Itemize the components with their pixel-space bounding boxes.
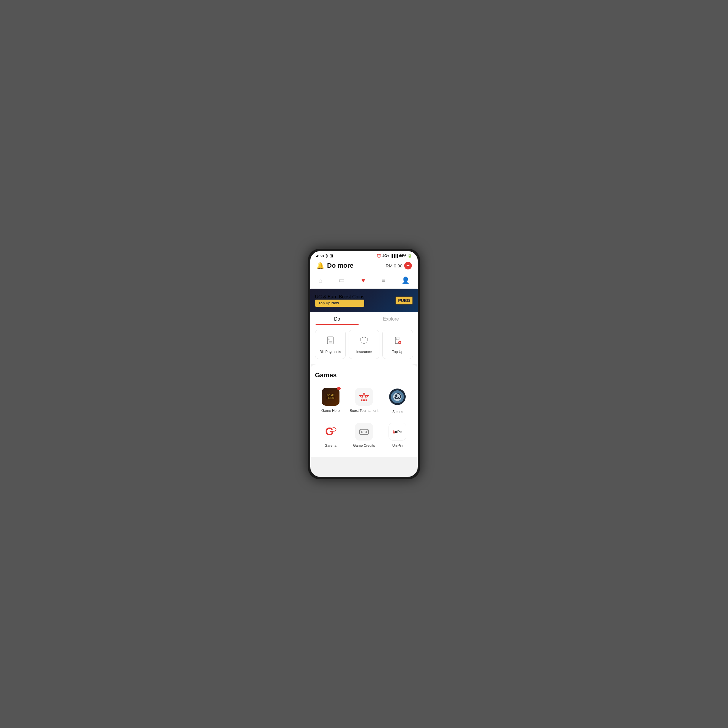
battery-text: 66%: [399, 254, 406, 258]
header-left: 🔔 Do more: [316, 262, 353, 269]
unipin-label: UniPin: [392, 444, 403, 448]
add-balance-button[interactable]: +: [404, 262, 412, 269]
top-up-label: Top Up: [392, 350, 403, 354]
card-icon: ▭: [339, 277, 345, 284]
game-item-boost-tournament[interactable]: Boost Tournament: [348, 385, 379, 418]
nav-heart[interactable]: ♥: [358, 275, 369, 285]
signal-bars-icon: ▐▐▐: [390, 254, 398, 258]
insurance-icon: +: [359, 336, 369, 347]
nav-list[interactable]: ≡: [378, 275, 389, 285]
header: 🔔 Do more RM 0.00 +: [310, 259, 418, 273]
user-icon: 👤: [402, 277, 410, 284]
garena-label: Garena: [325, 444, 336, 448]
steam-icon: [388, 388, 406, 407]
services-grid: $ Bill Payments + Insurance: [310, 325, 418, 364]
balance-area: RM 0.00 +: [385, 262, 412, 269]
insurance-label: Insurance: [356, 350, 372, 354]
nav-user[interactable]: 👤: [398, 275, 413, 285]
svg-text:$: $: [328, 338, 329, 341]
status-right: ⏰ 4G+ ▐▐▐ 66% 🔋: [377, 254, 412, 258]
games-section-title: Games: [315, 372, 413, 379]
boost-tournament-icon: [355, 388, 373, 406]
plus-icon: +: [407, 263, 410, 269]
service-insurance[interactable]: + Insurance: [349, 330, 379, 359]
page-title: Do more: [327, 262, 353, 269]
game-item-game-credits[interactable]: Game Credits: [348, 420, 379, 451]
phone-screen: 4:58 ₿ ⊞ ⏰ 4G+ ▐▐▐ 66% 🔋 🔔 Do more RM 0.…: [310, 251, 418, 477]
alarm-icon: ⏰: [377, 254, 381, 258]
status-bar: 4:58 ₿ ⊞ ⏰ 4G+ ▐▐▐ 66% 🔋: [310, 251, 418, 259]
svg-text:+: +: [399, 341, 401, 344]
svg-text:+: +: [363, 338, 365, 343]
banner-text: UC & Earn Boost Coins: [315, 294, 364, 300]
bitcoin-icon: ₿: [326, 254, 328, 258]
svg-text:G: G: [325, 425, 333, 437]
status-left: 4:58 ₿ ⊞: [316, 254, 333, 258]
game-item-unipin[interactable]: UniPin UniPin: [382, 420, 413, 451]
steam-label: Steam: [392, 410, 403, 414]
banner-left: UC & Earn Boost Coins Top Up Now: [315, 294, 364, 307]
svg-rect-0: [327, 337, 333, 344]
signal-text: 4G+: [382, 254, 389, 258]
tab-do[interactable]: Do: [310, 312, 364, 325]
bottom-nav: ⌂ ▭ ♥ ≡ 👤: [310, 273, 418, 289]
bell-icon[interactable]: 🔔: [316, 262, 324, 269]
svg-rect-9: [363, 400, 365, 401]
svg-point-18: [361, 431, 363, 433]
tab-explore[interactable]: Explore: [364, 312, 418, 325]
teams-icon: ⊞: [329, 254, 333, 258]
phone-frame: 4:58 ₿ ⊞ ⏰ 4G+ ▐▐▐ 66% 🔋 🔔 Do more RM 0.…: [308, 249, 420, 479]
promo-banner[interactable]: UC & Earn Boost Coins Top Up Now PUBG: [310, 289, 418, 312]
top-up-icon: +: [393, 336, 402, 347]
home-icon: ⌂: [318, 277, 322, 284]
game-hero-label: Game Hero: [321, 408, 340, 413]
topup-button[interactable]: Top Up Now: [315, 300, 364, 307]
balance-value: RM 0.00: [385, 263, 402, 268]
battery-icon: 🔋: [407, 254, 412, 258]
svg-point-19: [365, 431, 367, 433]
svg-rect-6: [396, 338, 399, 340]
svg-rect-10: [362, 401, 366, 401]
heart-icon: ♥: [361, 277, 365, 284]
game-item-game-hero[interactable]: GAMEHERO Game Hero: [315, 385, 346, 418]
game-item-garena[interactable]: G Garena: [315, 420, 346, 451]
games-section: Games GAMEHERO Game Hero: [310, 364, 418, 457]
nav-card[interactable]: ▭: [335, 275, 348, 285]
list-icon: ≡: [381, 277, 385, 284]
service-top-up[interactable]: + Top Up: [382, 330, 413, 359]
bill-payments-label: Bill Payments: [320, 350, 341, 354]
boost-tournament-label: Boost Tournament: [350, 408, 378, 413]
game-credits-label: Game Credits: [353, 444, 375, 448]
content-tabs: Do Explore: [310, 312, 418, 325]
game-hero-badge: [337, 387, 341, 390]
nav-home[interactable]: ⌂: [315, 275, 326, 285]
service-bill-payments[interactable]: $ Bill Payments: [315, 330, 346, 359]
unipin-icon: UniPin: [388, 423, 406, 440]
pubg-logo: PUBG: [395, 296, 413, 304]
svg-point-14: [395, 395, 398, 397]
garena-icon: G: [322, 423, 340, 440]
status-time: 4:58: [316, 254, 324, 258]
games-grid: GAMEHERO Game Hero: [315, 385, 413, 451]
game-item-steam[interactable]: Steam: [382, 385, 413, 418]
bill-payments-icon: $: [326, 336, 335, 347]
game-hero-icon: GAMEHERO: [322, 388, 340, 406]
banner-content: UC & Earn Boost Coins Top Up Now PUBG: [310, 294, 418, 307]
game-credits-icon: [355, 423, 373, 440]
game-hero-icon-wrap: GAMEHERO: [322, 388, 340, 406]
